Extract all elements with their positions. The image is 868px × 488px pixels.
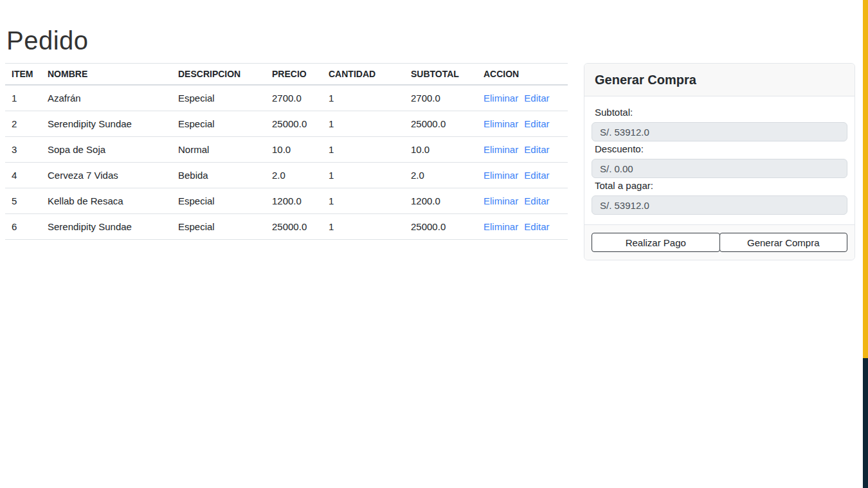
cell-item: 1	[5, 85, 41, 111]
cell-item: 3	[5, 137, 41, 163]
cell-subtotal: 25000.0	[404, 111, 477, 137]
cell-precio: 10.0	[266, 137, 322, 163]
cell-descripcion: Especial	[172, 85, 266, 111]
cell-nombre: Sopa de Soja	[41, 137, 172, 163]
column-header-nombre: NOMBRE	[41, 64, 172, 86]
order-table: ITEM NOMBRE DESCRIPCION PRECIO CANTIDAD …	[5, 63, 568, 240]
edit-link[interactable]: Editar	[524, 118, 549, 129]
page-title: Pedido	[6, 26, 89, 55]
generate-purchase-panel: Generar Compra Subtotal: Descuento: Tota…	[584, 63, 855, 260]
edit-link[interactable]: Editar	[524, 221, 549, 232]
delete-link[interactable]: Eliminar	[484, 221, 518, 232]
discount-label: Descuento:	[595, 143, 844, 154]
delete-link[interactable]: Eliminar	[484, 93, 518, 104]
pay-button[interactable]: Realizar Pago	[592, 233, 720, 252]
column-header-accion: ACCION	[477, 64, 568, 86]
cell-accion: Eliminar Editar	[477, 188, 568, 214]
cell-precio: 2.0	[266, 163, 322, 188]
cell-descripcion: Normal	[172, 137, 266, 163]
cell-precio: 1200.0	[266, 188, 322, 214]
column-header-descripcion: DESCRIPCION	[172, 64, 266, 86]
table-row: 6 Serendipity Sundae Especial 25000.0 1 …	[5, 214, 568, 240]
cell-subtotal: 2700.0	[404, 85, 477, 111]
cell-subtotal: 1200.0	[404, 188, 477, 214]
cell-accion: Eliminar Editar	[477, 111, 568, 137]
order-table-body: 1 Azafrán Especial 2700.0 1 2700.0 Elimi…	[5, 85, 568, 240]
cell-precio: 2700.0	[266, 85, 322, 111]
panel-footer: Realizar Pago Generar Compra	[584, 224, 854, 260]
cell-item: 2	[5, 111, 41, 137]
column-header-item: ITEM	[5, 64, 41, 86]
table-row: 1 Azafrán Especial 2700.0 1 2700.0 Elimi…	[5, 85, 568, 111]
cell-accion: Eliminar Editar	[477, 85, 568, 111]
cell-subtotal: 2.0	[404, 163, 477, 188]
delete-link[interactable]: Eliminar	[484, 118, 518, 129]
delete-link[interactable]: Eliminar	[484, 144, 518, 155]
table-row: 5 Kellab de Resaca Especial 1200.0 1 120…	[5, 188, 568, 214]
edit-link[interactable]: Editar	[524, 144, 549, 155]
cell-item: 5	[5, 188, 41, 214]
edit-link[interactable]: Editar	[524, 170, 549, 181]
table-row: 4 Cerveza 7 Vidas Bebida 2.0 1 2.0 Elimi…	[5, 163, 568, 188]
cell-descripcion: Especial	[172, 111, 266, 137]
cell-subtotal: 25000.0	[404, 214, 477, 240]
order-table-container: ITEM NOMBRE DESCRIPCION PRECIO CANTIDAD …	[5, 63, 568, 240]
discount-field[interactable]	[592, 159, 847, 178]
table-row: 3 Sopa de Soja Normal 10.0 1 10.0 Elimin…	[5, 137, 568, 163]
cell-cantidad: 1	[322, 137, 404, 163]
cell-item: 4	[5, 163, 41, 188]
cell-descripcion: Especial	[172, 214, 266, 240]
total-label: Total a pagar:	[595, 180, 844, 191]
cell-cantidad: 1	[322, 188, 404, 214]
edit-link[interactable]: Editar	[524, 195, 549, 206]
table-row: 2 Serendipity Sundae Especial 25000.0 1 …	[5, 111, 568, 137]
cell-cantidad: 1	[322, 214, 404, 240]
edge-stripe-gold	[863, 0, 868, 358]
cell-precio: 25000.0	[266, 111, 322, 137]
cell-nombre: Cerveza 7 Vidas	[41, 163, 172, 188]
cell-accion: Eliminar Editar	[477, 137, 568, 163]
subtotal-label: Subtotal:	[595, 107, 844, 118]
delete-link[interactable]: Eliminar	[484, 170, 518, 181]
panel-title: Generar Compra	[584, 64, 854, 96]
cell-nombre: Serendipity Sundae	[41, 111, 172, 137]
cell-cantidad: 1	[322, 85, 404, 111]
cell-descripcion: Bebida	[172, 163, 266, 188]
panel-body: Subtotal: Descuento: Total a pagar:	[584, 96, 854, 224]
cell-cantidad: 1	[322, 163, 404, 188]
column-header-precio: PRECIO	[266, 64, 322, 86]
column-header-subtotal: SUBTOTAL	[404, 64, 477, 86]
table-header-row: ITEM NOMBRE DESCRIPCION PRECIO CANTIDAD …	[5, 64, 568, 86]
total-field[interactable]	[592, 195, 847, 215]
delete-link[interactable]: Eliminar	[484, 195, 518, 206]
subtotal-field[interactable]	[592, 122, 847, 141]
cell-accion: Eliminar Editar	[477, 214, 568, 240]
edge-stripe-navy	[863, 358, 868, 488]
cell-cantidad: 1	[322, 111, 404, 137]
cell-precio: 25000.0	[266, 214, 322, 240]
cell-descripcion: Especial	[172, 188, 266, 214]
column-header-cantidad: CANTIDAD	[322, 64, 404, 86]
cell-subtotal: 10.0	[404, 137, 477, 163]
cell-item: 6	[5, 214, 41, 240]
cell-nombre: Kellab de Resaca	[41, 188, 172, 214]
cell-nombre: Azafrán	[41, 85, 172, 111]
edit-link[interactable]: Editar	[524, 93, 549, 104]
cell-accion: Eliminar Editar	[477, 163, 568, 188]
cell-nombre: Serendipity Sundae	[41, 214, 172, 240]
generate-button[interactable]: Generar Compra	[719, 233, 848, 252]
